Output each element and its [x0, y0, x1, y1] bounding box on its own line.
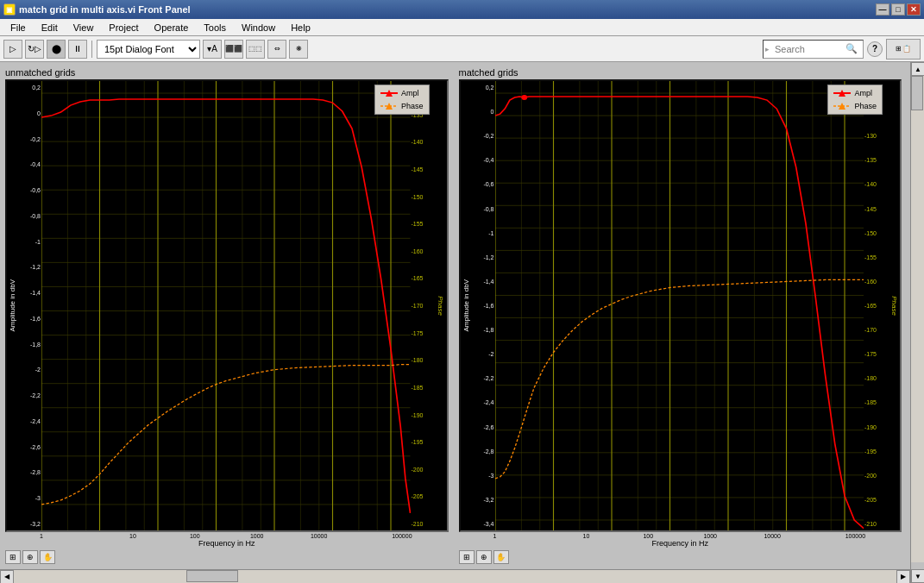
search-input[interactable] [775, 44, 844, 54]
scroll-v-thumb[interactable] [911, 76, 923, 110]
titlebar-controls[interactable]: — □ ✕ [876, 3, 921, 16]
left-chart-svg [41, 81, 411, 530]
menubar: File Edit View Project Operate Tools Win… [0, 19, 924, 36]
close-button[interactable]: ✕ [907, 3, 921, 16]
scroll-h-track [14, 570, 896, 584]
left-chart-panel: unmatched grids Amplitude in dbV 0,2 0 -… [5, 67, 452, 564]
menu-window[interactable]: Window [235, 21, 282, 34]
order-button[interactable]: ❋ [289, 40, 308, 59]
left-legend-ampl-row: Ampl [380, 88, 424, 98]
pause-button[interactable]: ⏸ [68, 40, 87, 59]
bottom-scrollbar: ◀ ▶ [0, 569, 910, 583]
right-amp-label: Amplitude in dbV [461, 81, 471, 530]
distribute-button[interactable]: ⬚⬚ [246, 40, 265, 59]
left-ampl-legend-icon [380, 88, 398, 98]
right-y-axis-title: Amplitude in dbV [462, 280, 469, 332]
left-legend-phase-label: Phase [401, 102, 424, 110]
right-y-right-labels: -120 -125 -130 -135 -140 -145 -150 -155 … [864, 81, 888, 530]
left-crosshair-button[interactable]: ⊕ [22, 550, 38, 564]
resize-button[interactable]: ⇔ [267, 40, 286, 59]
left-y-axis-title: Amplitude in dbV [9, 280, 16, 332]
run-button[interactable]: ▷ [3, 40, 22, 59]
maximize-button[interactable]: □ [891, 3, 905, 16]
scroll-up-arrow[interactable]: ▲ [911, 62, 924, 76]
left-y-right-labels: -130 -135 -140 -145 -150 -155 -160 -165 … [411, 81, 435, 530]
left-zoom-button[interactable]: ⊞ [5, 550, 21, 564]
left-legend-phase-row: Phase [380, 101, 424, 111]
titlebar-title: match grid in multi axis.vi Front Panel [19, 4, 191, 15]
right-phase-legend-icon [833, 101, 851, 111]
menu-file[interactable]: File [3, 21, 33, 34]
right-x-labels: 1 10 100 1000 10000 100000 [459, 533, 902, 539]
menu-help[interactable]: Help [284, 21, 317, 34]
right-legend-ampl-row: Ampl [833, 88, 877, 98]
search-container: 🔍 [771, 41, 861, 58]
font-selector[interactable]: 15pt Dialog Font [97, 40, 200, 59]
scroll-h-thumb[interactable] [186, 570, 238, 582]
menu-tools[interactable]: Tools [197, 21, 233, 34]
right-legend-phase-label: Phase [854, 102, 877, 110]
toolbar: ▷ ↻▷ ⬤ ⏸ 15pt Dialog Font ▾A ⬛⬛ ⬚⬚ ⇔ ❋ ▸… [0, 36, 924, 62]
scroll-right-arrow[interactable]: ▶ [896, 570, 910, 584]
tools-palette[interactable]: ⊞📋 [886, 39, 921, 60]
right-legend: Ampl Phase [827, 85, 883, 115]
right-x-title: Frequency in Hz [459, 539, 902, 548]
scroll-left-arrow[interactable]: ◀ [0, 570, 14, 584]
right-chart-panel: matched grids Amplitude in dbV 0,2 0 -0,… [459, 67, 906, 564]
left-hand-button[interactable]: ✋ [40, 550, 55, 564]
left-x-title: Frequency in Hz [5, 539, 449, 548]
font-size-down[interactable]: ▾A [203, 40, 222, 59]
titlebar: ▣ match grid in multi axis.vi Front Pane… [0, 0, 924, 19]
app-icon: ▣ [3, 3, 16, 16]
right-crosshair-button[interactable]: ⊕ [476, 550, 492, 564]
left-bottom-toolbar: ⊞ ⊕ ✋ [5, 550, 449, 564]
left-y-right-title: Phase [437, 296, 444, 316]
left-chart-plot [41, 81, 411, 530]
right-legend-ampl-label: Ampl [854, 89, 872, 97]
right-chart-plot [495, 81, 864, 530]
separator-1 [91, 41, 92, 58]
align-button[interactable]: ⬛⬛ [224, 40, 243, 59]
left-legend-ampl-label: Ampl [401, 89, 419, 97]
menu-operate[interactable]: Operate [148, 21, 196, 34]
right-phase-label: Phase [888, 81, 900, 530]
titlebar-left: ▣ match grid in multi axis.vi Front Pane… [3, 3, 191, 16]
abort-button[interactable]: ⬤ [47, 40, 66, 59]
menu-project[interactable]: Project [102, 21, 145, 34]
run-continuously-button[interactable]: ↻▷ [25, 40, 44, 59]
help-button[interactable]: ? [867, 41, 883, 57]
minimize-button[interactable]: — [876, 3, 889, 16]
right-y-right-title: Phase [890, 296, 898, 316]
right-bottom-toolbar: ⊞ ⊕ ✋ [459, 550, 902, 564]
left-legend: Ampl Phase [374, 85, 430, 115]
scroll-down-arrow[interactable]: ▼ [911, 569, 924, 583]
panels-row: unmatched grids Amplitude in dbV 0,2 0 -… [0, 62, 910, 569]
right-chart-svg [495, 81, 864, 530]
scroll-grip [911, 562, 924, 569]
right-y-axis-labels: 0,2 0 -0,2 -0,4 -0,6 -0,8 -1 -1,2 -1,4 -… [471, 81, 495, 530]
right-zoom-button[interactable]: ⊞ [459, 550, 475, 564]
right-scrollbar: ▲ ▼ [910, 62, 924, 583]
right-chart-title: matched grids [459, 67, 902, 78]
right-legend-phase-row: Phase [833, 101, 877, 111]
main-area: unmatched grids Amplitude in dbV 0,2 0 -… [0, 62, 910, 583]
scroll-v-track [911, 76, 924, 562]
left-x-labels: 1 10 100 1000 10000 100000 [5, 533, 449, 539]
search-icon[interactable]: 🔍 [845, 43, 858, 54]
right-ampl-legend-icon [833, 88, 851, 98]
left-phase-legend-icon [380, 101, 398, 111]
svg-point-80 [521, 95, 527, 100]
left-chart-title: unmatched grids [5, 67, 449, 78]
menu-edit[interactable]: Edit [35, 21, 65, 34]
left-y-axis-labels: 0,2 0 -0,2 -0,4 -0,6 -0,8 -1 -1,2 -1,4 -… [17, 81, 41, 530]
left-phase-label: Phase [435, 81, 447, 530]
outer-wrapper: unmatched grids Amplitude in dbV 0,2 0 -… [0, 62, 924, 583]
menu-view[interactable]: View [66, 21, 101, 34]
left-amp-label: Amplitude in dbV [7, 81, 17, 530]
right-hand-button[interactable]: ✋ [493, 550, 509, 564]
